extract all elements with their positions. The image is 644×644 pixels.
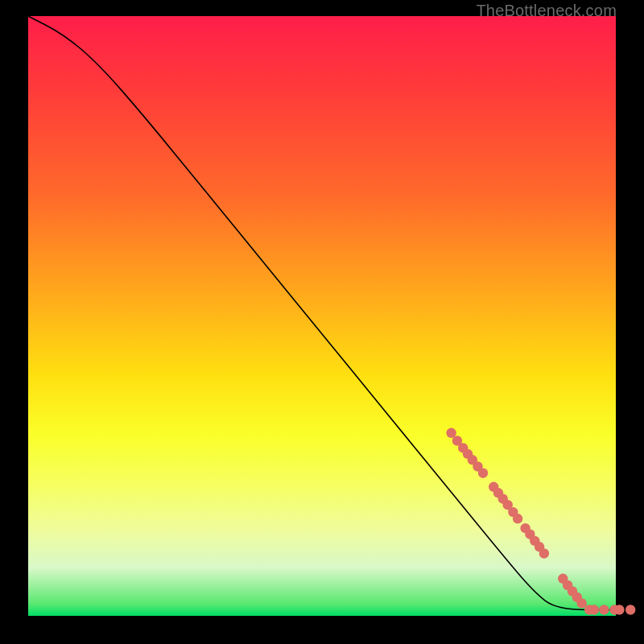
data-point xyxy=(478,469,488,478)
data-point xyxy=(614,605,624,614)
data-point xyxy=(625,605,635,614)
main-curve xyxy=(28,16,616,610)
chart-svg xyxy=(28,16,616,616)
data-point xyxy=(589,605,599,614)
data-point xyxy=(513,514,522,523)
data-point xyxy=(539,548,549,558)
data-point xyxy=(577,598,587,608)
data-point xyxy=(599,605,609,614)
